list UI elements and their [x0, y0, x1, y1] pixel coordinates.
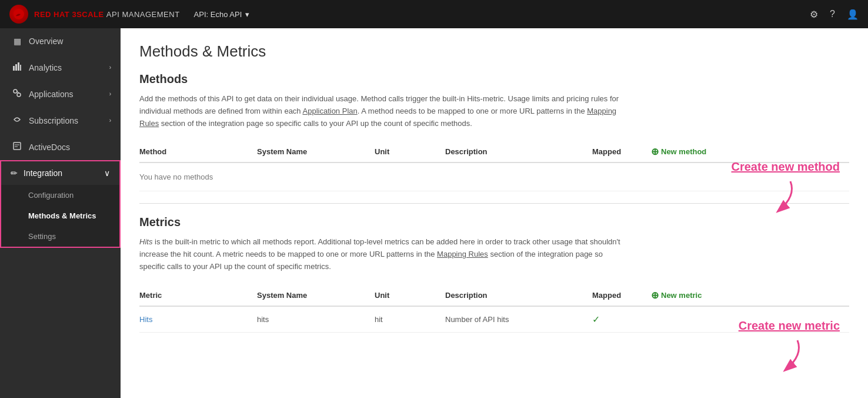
- chevron-right-icon: ›: [109, 91, 111, 97]
- chevron-down-icon: ∨: [104, 168, 110, 178]
- sidebar-item-applications[interactable]: Applications ›: [0, 81, 121, 107]
- activedocs-icon: [11, 142, 23, 152]
- overview-icon: ▦: [11, 37, 23, 46]
- help-icon[interactable]: ?: [830, 9, 835, 19]
- metric-unit-cell: hit: [375, 306, 445, 333]
- sidebar-item-label: Applications: [29, 89, 74, 99]
- sidebar-sub-item-methods-metrics[interactable]: Methods & Metrics: [1, 205, 119, 226]
- sidebar-item-subscriptions[interactable]: Subscriptions ›: [0, 107, 121, 134]
- metrics-section: Metrics Hits is the built-in metric to w…: [139, 215, 849, 332]
- sidebar-item-label: ActiveDocs: [29, 142, 70, 152]
- sidebar-item-label: Integration: [24, 168, 62, 178]
- annotation-methods-text: Create new method: [732, 160, 840, 174]
- methods-col-desc: Description: [445, 141, 592, 162]
- methods-description: Add the methods of this API to get data …: [139, 93, 622, 130]
- svg-rect-2: [15, 64, 17, 71]
- gear-icon[interactable]: ⚙: [810, 9, 818, 20]
- metrics-col-mapped: Mapped: [592, 285, 651, 306]
- brand-text: RED HAT 3SCALE API MANAGEMENT: [34, 10, 180, 19]
- chevron-right-icon: ›: [109, 64, 111, 71]
- logo-area: RED HAT 3SCALE API MANAGEMENT: [9, 5, 180, 24]
- annotation-metrics-text: Create new metric: [739, 319, 840, 333]
- integration-section: ✏ Integration ∨ Configuration Methods & …: [0, 160, 121, 248]
- create-new-metric-annotation: Create new metric: [739, 319, 840, 373]
- checkmark-icon: ✓: [592, 314, 600, 324]
- sidebar: ▦ Overview Analytics › Applications › Su…: [0, 28, 121, 398]
- top-header: RED HAT 3SCALE API MANAGEMENT API: Echo …: [0, 0, 868, 28]
- create-new-method-annotation: Create new method: [732, 160, 840, 214]
- arrow-methods: [732, 178, 802, 214]
- sidebar-item-label: Subscriptions: [29, 116, 78, 125]
- metrics-col-sysname: System Name: [257, 285, 375, 306]
- svg-rect-3: [18, 62, 19, 71]
- analytics-icon: [11, 62, 23, 72]
- methods-col-action: ⊕ New method: [651, 141, 849, 162]
- methods-col-sysname: System Name: [257, 141, 375, 162]
- page-title: Methods & Metrics: [139, 42, 849, 61]
- metric-sysname-cell: hits: [257, 306, 375, 333]
- sidebar-item-analytics[interactable]: Analytics ›: [0, 54, 121, 81]
- metric-desc-cell: Number of API hits: [445, 306, 592, 333]
- svg-rect-4: [20, 65, 21, 71]
- sidebar-item-integration[interactable]: ✏ Integration ∨: [1, 161, 119, 185]
- chevron-right-icon: ›: [109, 117, 111, 124]
- metrics-section-title: Metrics: [139, 215, 849, 229]
- mapping-rules-link-methods[interactable]: Mapping Rules: [139, 107, 616, 128]
- svg-rect-1: [13, 66, 15, 71]
- metrics-col-metric: Metric: [139, 285, 257, 306]
- sidebar-item-activedocs[interactable]: ActiveDocs: [0, 134, 121, 160]
- metrics-col-desc: Description: [445, 285, 592, 306]
- content-wrapper: Methods & Metrics Methods Add the method…: [139, 42, 849, 333]
- redhat-logo: [9, 5, 28, 24]
- new-method-button[interactable]: ⊕ New method: [651, 146, 849, 157]
- applications-icon: [11, 89, 23, 99]
- metric-name-cell: Hits: [139, 306, 257, 333]
- sidebar-sub-item-settings[interactable]: Settings: [1, 226, 119, 247]
- methods-col-unit: Unit: [375, 141, 445, 162]
- methods-col-method: Method: [139, 141, 257, 162]
- plus-icon: ⊕: [651, 146, 659, 157]
- svg-rect-8: [14, 142, 21, 150]
- hits-link[interactable]: Hits: [139, 315, 152, 324]
- sidebar-item-label: Analytics: [29, 63, 62, 72]
- svg-point-5: [14, 89, 17, 93]
- application-plan-link[interactable]: Application Plan: [303, 107, 358, 115]
- mapping-rules-link-metrics[interactable]: Mapping Rules: [437, 250, 488, 258]
- svg-point-6: [17, 93, 21, 97]
- methods-section-title: Methods: [139, 72, 849, 86]
- methods-col-mapped: Mapped: [592, 141, 651, 162]
- header-actions: ⚙ ? 👤: [810, 9, 859, 20]
- metric-mapped-cell: ✓: [592, 306, 651, 333]
- sidebar-item-label: Overview: [29, 37, 63, 46]
- arrow-metrics: [739, 337, 809, 373]
- plus-icon: ⊕: [651, 290, 659, 301]
- metrics-description: Hits is the built-in metric to which all…: [139, 236, 622, 273]
- main-layout: ▦ Overview Analytics › Applications › Su…: [0, 28, 868, 398]
- user-icon[interactable]: 👤: [847, 9, 859, 20]
- new-metric-button[interactable]: ⊕ New metric: [651, 290, 849, 301]
- integration-icon: ✏: [11, 168, 18, 178]
- metrics-col-action: ⊕ New metric: [651, 285, 849, 306]
- chevron-down-icon: ▾: [245, 10, 249, 19]
- main-content: Methods & Metrics Methods Add the method…: [121, 28, 868, 398]
- metrics-col-unit: Unit: [375, 285, 445, 306]
- api-selector[interactable]: API: Echo API ▾: [194, 10, 250, 19]
- sidebar-sub-item-configuration[interactable]: Configuration: [1, 185, 119, 205]
- integration-submenu: Configuration Methods & Metrics Settings: [1, 185, 119, 247]
- sidebar-item-overview[interactable]: ▦ Overview: [0, 28, 121, 54]
- subscriptions-icon: [11, 115, 23, 125]
